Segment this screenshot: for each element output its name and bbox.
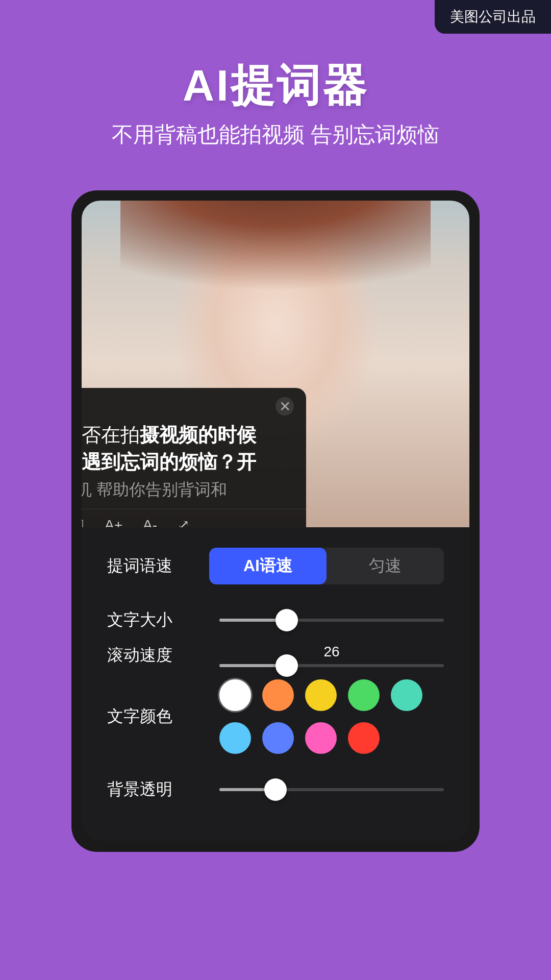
settings-panel: 提词语速 AI语速 匀速 文字大小: [82, 527, 469, 826]
text-size-label: 文字大小: [107, 609, 209, 631]
frame-tool-icon[interactable]: ⌷: [82, 517, 84, 528]
color-red[interactable]: [348, 722, 380, 754]
company-badge: 美图公司出品: [435, 0, 551, 34]
text-size-track: [219, 619, 444, 622]
speed-setting-row: 提词语速 AI语速 匀速: [107, 548, 444, 584]
text-size-row: 文字大小: [107, 609, 444, 631]
camera-view: ✛ ✕ 你是否在拍摄视频的时候 经常遇到忘词的烦恼？开 拍相机 帮助你告别背词和…: [82, 201, 469, 527]
scroll-speed-label: 滚动速度: [107, 644, 209, 667]
scroll-speed-thumb[interactable]: [276, 654, 298, 677]
color-options: [219, 679, 444, 754]
tp-line2: 经常遇到忘词的烦恼？开: [82, 449, 294, 476]
expand-icon[interactable]: ⤢: [178, 517, 189, 527]
text-size-thumb[interactable]: [276, 609, 298, 631]
scroll-speed-slider-container: 26: [219, 644, 444, 667]
phone-bottom-bar: [82, 826, 469, 842]
close-icon[interactable]: ✕: [276, 397, 294, 415]
tp-line1: 你是否在拍摄视频的时候: [82, 422, 294, 449]
text-size-slider-container: [219, 619, 444, 622]
company-badge-label: 美图公司出品: [450, 9, 536, 24]
bg-transparent-slider-container: [219, 788, 444, 791]
speed-toggle: AI语速 匀速: [209, 548, 444, 584]
teleprompter-panel: ✛ ✕ 你是否在拍摄视频的时候 经常遇到忘词的烦恼？开 拍相机 帮助你告别背词和…: [82, 388, 306, 527]
bg-transparent-label: 背景透明: [107, 778, 209, 801]
tp-text-area: 你是否在拍摄视频的时候 经常遇到忘词的烦恼？开 拍相机 帮助你告别背词和: [82, 422, 306, 509]
hero-title: AI提词器: [31, 61, 520, 110]
scroll-speed-value: 26: [219, 644, 444, 660]
bg-transparent-row: 背景透明: [107, 778, 444, 801]
hair-overlay: [120, 201, 431, 379]
text-size-setting: 文字大小: [107, 609, 444, 631]
tp-line3: 拍相机 帮助你告别背词和: [82, 478, 294, 501]
hero-subtitle: 不用背稿也能拍视频 告别忘词烦恼: [31, 120, 520, 150]
text-color-row: 文字颜色: [107, 679, 444, 754]
color-cyan[interactable]: [219, 722, 251, 754]
speed-label: 提词语速: [107, 555, 209, 577]
color-pink[interactable]: [305, 722, 337, 754]
scroll-speed-setting: 滚动速度 26: [107, 644, 444, 667]
color-blue[interactable]: [262, 722, 294, 754]
bg-transparent-thumb[interactable]: [264, 778, 287, 801]
phone-frame: ✛ ✕ 你是否在拍摄视频的时候 经常遇到忘词的烦恼？开 拍相机 帮助你告别背词和…: [71, 190, 480, 852]
scroll-speed-row: 滚动速度 26: [107, 644, 444, 667]
text-color-label: 文字颜色: [107, 705, 209, 728]
tp-line1-highlight: 摄视频的时候: [140, 424, 256, 446]
scroll-speed-track: [219, 664, 444, 667]
color-orange[interactable]: [262, 679, 294, 711]
tp-line1-normal: 你是否在拍: [82, 424, 140, 446]
phone-screen: ✛ ✕ 你是否在拍摄视频的时候 经常遇到忘词的烦恼？开 拍相机 帮助你告别背词和…: [82, 201, 469, 842]
color-teal[interactable]: [391, 679, 422, 711]
color-white[interactable]: [219, 679, 251, 711]
font-decrease-icon[interactable]: A-: [143, 517, 157, 528]
tp-toolbar: ◎ ⌷ A+ A- ⤢: [82, 509, 306, 527]
color-green[interactable]: [348, 679, 380, 711]
tp-header: ✛ ✕: [82, 388, 306, 422]
font-increase-icon[interactable]: A+: [105, 517, 122, 528]
phone-mockup: ✛ ✕ 你是否在拍摄视频的时候 经常遇到忘词的烦恼？开 拍相机 帮助你告别背词和…: [71, 190, 480, 852]
speed-ai-button[interactable]: AI语速: [209, 548, 327, 584]
color-yellow[interactable]: [305, 679, 337, 711]
bg-transparent-track: [219, 788, 444, 791]
speed-uniform-button[interactable]: 匀速: [327, 548, 444, 584]
